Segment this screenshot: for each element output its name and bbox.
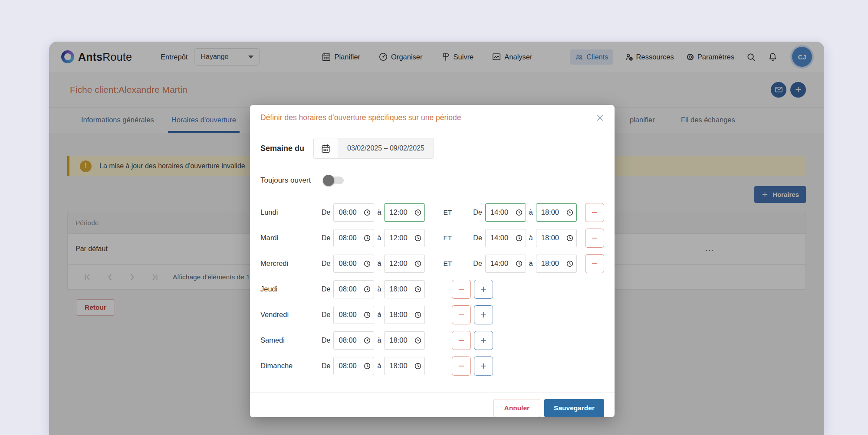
day-row: VendrediDe08:00à18:00 (260, 302, 604, 327)
time-input[interactable]: 18:00 (536, 229, 577, 247)
clock-icon (364, 260, 371, 267)
week-label: Semaine du (260, 144, 313, 153)
remove-range-button[interactable] (452, 357, 471, 376)
time-value: 18:00 (389, 362, 407, 370)
add-range-button[interactable] (474, 305, 493, 324)
to-label: à (377, 337, 381, 344)
range-actions (452, 305, 493, 324)
time-input[interactable]: 12:00 (384, 229, 425, 247)
add-range-button[interactable] (474, 280, 493, 299)
day-row: MercrediDe08:00à12:00ETDe14:00à18:00 (260, 251, 604, 276)
time-value: 08:00 (339, 336, 356, 344)
range-actions (585, 254, 604, 273)
to-label: à (377, 362, 381, 370)
time-value: 18:00 (541, 208, 559, 216)
from-label: De (322, 260, 330, 268)
clock-icon (364, 235, 371, 242)
time-value: 14:00 (490, 259, 508, 268)
plus-icon (479, 285, 488, 294)
clock-icon (516, 209, 523, 216)
remove-range-button[interactable] (452, 331, 471, 350)
save-button[interactable]: Sauvegarder (544, 399, 604, 417)
day-schedule-list: LundiDe08:00à12:00ETDe14:00à18:00MardiDe… (260, 200, 604, 379)
clock-icon (414, 209, 421, 216)
to-label: à (529, 260, 533, 268)
time-input[interactable]: 12:00 (384, 255, 425, 273)
remove-range-button[interactable] (452, 280, 471, 299)
calendar-picker-button[interactable] (314, 138, 338, 158)
remove-range-button[interactable] (585, 254, 604, 273)
time-range: De08:00à12:00 (319, 203, 425, 222)
add-range-button[interactable] (474, 357, 493, 376)
week-date-group: 03/02/2025 – 09/02/2025 (313, 138, 434, 159)
modal-footer: Annuler Sauvegarder (250, 392, 615, 417)
time-input[interactable]: 14:00 (485, 229, 526, 247)
remove-range-button[interactable] (585, 203, 604, 222)
time-input[interactable]: 08:00 (333, 357, 374, 375)
time-input[interactable]: 14:00 (485, 203, 526, 222)
time-input[interactable]: 18:00 (536, 203, 577, 222)
clock-icon (364, 337, 371, 344)
close-icon (596, 114, 604, 122)
time-value: 18:00 (541, 259, 559, 268)
add-range-button[interactable] (474, 331, 493, 350)
remove-range-button[interactable] (585, 229, 604, 248)
time-input[interactable]: 18:00 (384, 331, 425, 350)
time-value: 12:00 (389, 208, 407, 216)
close-modal-button[interactable] (596, 114, 604, 122)
from-label: De (322, 362, 330, 370)
and-separator: ET (425, 260, 470, 268)
divider (260, 195, 604, 195)
time-value: 08:00 (339, 234, 356, 242)
time-range: De08:00à12:00 (319, 255, 425, 273)
time-value: 14:00 (490, 234, 508, 242)
to-label: à (529, 234, 533, 242)
range-actions (585, 203, 604, 222)
cancel-button[interactable]: Annuler (493, 399, 541, 417)
time-value: 08:00 (339, 259, 356, 268)
toggle-knob (323, 175, 334, 186)
time-value: 08:00 (339, 311, 356, 319)
time-input[interactable]: 08:00 (333, 255, 374, 273)
time-input[interactable]: 14:00 (485, 255, 526, 273)
clock-icon (364, 363, 371, 370)
time-value: 18:00 (389, 311, 407, 319)
time-value: 18:00 (389, 285, 407, 293)
always-open-toggle[interactable] (324, 177, 344, 184)
minus-icon (457, 310, 466, 320)
day-label: Mardi (260, 234, 319, 242)
time-range: De14:00à18:00 (470, 229, 576, 247)
time-value: 12:00 (389, 259, 407, 268)
time-input[interactable]: 18:00 (536, 255, 577, 273)
clock-icon (566, 260, 573, 267)
time-input[interactable]: 08:00 (333, 306, 374, 324)
time-range: De08:00à12:00 (319, 229, 425, 247)
minus-icon (457, 285, 466, 294)
time-input[interactable]: 18:00 (384, 280, 425, 298)
day-row: LundiDe08:00à12:00ETDe14:00à18:00 (260, 200, 604, 225)
time-input[interactable]: 08:00 (333, 203, 374, 222)
day-row: SamediDe08:00à18:00 (260, 327, 604, 353)
day-row: MardiDe08:00à12:00ETDe14:00à18:00 (260, 225, 604, 251)
time-input[interactable]: 08:00 (333, 331, 374, 350)
minus-icon (457, 336, 466, 345)
time-value: 18:00 (389, 336, 407, 344)
time-range: De08:00à18:00 (319, 331, 425, 350)
day-label: Jeudi (260, 285, 319, 293)
always-open-row: Toujours ouvert (260, 173, 604, 188)
time-input[interactable]: 18:00 (384, 306, 425, 324)
remove-range-button[interactable] (452, 305, 471, 324)
time-input[interactable]: 08:00 (333, 229, 374, 247)
to-label: à (529, 209, 533, 216)
time-input[interactable]: 12:00 (384, 203, 425, 222)
day-label: Vendredi (260, 311, 319, 319)
week-range-field[interactable]: 03/02/2025 – 09/02/2025 (338, 138, 434, 158)
and-separator: ET (425, 209, 470, 216)
from-label: De (322, 285, 330, 293)
range-actions (452, 280, 493, 299)
day-label: Dimanche (260, 362, 319, 370)
time-input[interactable]: 18:00 (384, 357, 425, 375)
plus-icon (479, 336, 488, 345)
modal-title: Définir des horaires d'ouverture spécifi… (260, 113, 461, 122)
time-input[interactable]: 08:00 (333, 280, 374, 298)
